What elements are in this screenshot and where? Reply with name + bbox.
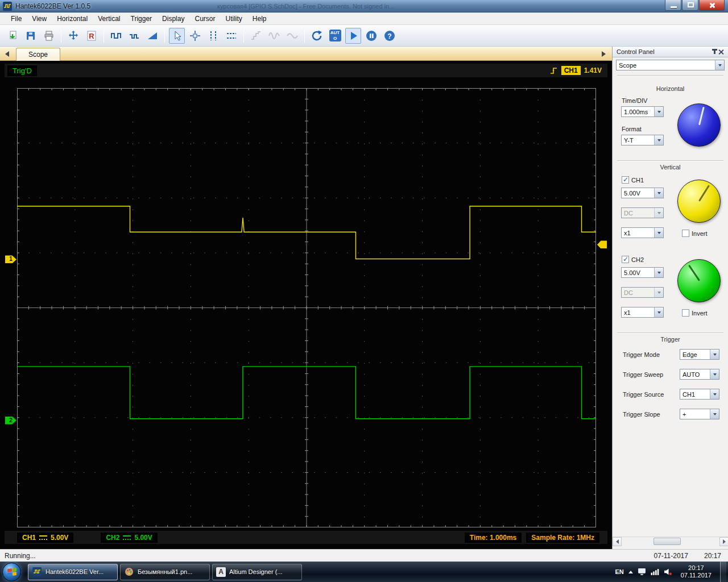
ch2-probe-select[interactable]: x1	[621, 307, 664, 318]
ch1-zero-marker[interactable]: 1	[5, 255, 16, 263]
arrow-right-icon	[723, 539, 726, 544]
monitor-tray-icon[interactable]	[638, 568, 646, 576]
minimize-button[interactable]	[665, 0, 681, 11]
ch2-status-badge: CH2 5.00V	[101, 533, 157, 543]
format-select[interactable]: Y-T	[621, 135, 664, 146]
cursor-arrow-button[interactable]	[169, 28, 185, 44]
open-waveform-icon	[6, 30, 19, 42]
pan-button[interactable]	[65, 28, 81, 44]
dc-coupling-icon	[123, 535, 131, 540]
taskbar-clock[interactable]: 20:17 07.11.2017	[681, 564, 712, 579]
ramp-wave-button[interactable]	[144, 28, 160, 44]
status-time: 20:17	[704, 552, 721, 560]
hidden-icons-arrow-icon[interactable]	[628, 571, 633, 573]
maximize-button[interactable]	[682, 0, 698, 11]
vertical-cursor-button[interactable]	[205, 28, 221, 44]
scrollbar-thumb[interactable]	[653, 538, 681, 545]
ch2-position-knob[interactable]	[677, 259, 721, 302]
scroll-right-button[interactable]	[719, 537, 728, 546]
pan-icon	[67, 30, 80, 42]
trigger-sweep-select[interactable]: AUTO	[680, 369, 719, 380]
panel-close-icon[interactable]	[718, 49, 725, 55]
scroll-left-button[interactable]	[613, 537, 622, 546]
tab-scroll-left-button[interactable]	[2, 49, 11, 59]
ch1-position-knob[interactable]	[677, 180, 721, 223]
refresh-button[interactable]	[309, 28, 325, 44]
ch1-probe-select[interactable]: x1	[621, 227, 664, 238]
trigger-slope-select[interactable]: +	[680, 409, 719, 419]
menu-utility[interactable]: Utility	[220, 13, 247, 24]
checkbox-icon	[622, 176, 629, 184]
menu-view[interactable]: View	[27, 13, 52, 24]
start-button[interactable]	[345, 28, 361, 44]
dual-square-wave-button[interactable]	[126, 28, 142, 44]
trigger-level-marker[interactable]	[597, 240, 607, 248]
menu-file[interactable]: File	[6, 13, 27, 24]
ch1-volts-select[interactable]: 5.00V	[621, 188, 664, 198]
trigger-level-value: 1.41V	[584, 66, 602, 74]
taskbar-button-altium[interactable]: A Altium Designer (...	[212, 564, 302, 580]
close-button[interactable]	[699, 0, 725, 11]
horizontal-cursor-button[interactable]	[224, 28, 239, 44]
tab-scroll-right-button[interactable]	[599, 49, 608, 59]
chevron-down-icon	[715, 60, 724, 70]
ch2-zero-marker[interactable]: 2	[5, 417, 16, 425]
checkbox-icon	[682, 230, 689, 237]
sine-interpolation-icon	[268, 30, 280, 42]
taskbar-button-hantek[interactable]: Hantek6022BE Ver...	[28, 564, 118, 580]
network-tray-icon[interactable]	[651, 568, 659, 576]
taskbar-button-image[interactable]: Безымянный1.pn...	[120, 564, 210, 580]
tab-scope[interactable]: Scope	[16, 48, 60, 61]
windows-logo-icon	[7, 568, 16, 576]
print-button[interactable]	[41, 28, 57, 44]
chevron-down-icon	[710, 369, 719, 379]
volume-tray-icon[interactable]	[664, 568, 672, 576]
horizontal-position-knob[interactable]	[677, 103, 721, 147]
ch2-volts-select[interactable]: 5.00V	[621, 267, 664, 278]
arrow-left-icon	[616, 539, 619, 544]
ch1-invert-checkbox[interactable]: Invert	[682, 230, 708, 237]
timediv-select[interactable]: 1.000ms	[621, 106, 664, 117]
menu-vertical[interactable]: Vertical	[93, 13, 125, 24]
ch2-invert-checkbox[interactable]: Invert	[682, 309, 708, 317]
checkbox-icon	[682, 309, 689, 317]
windows-taskbar: Hantek6022BE Ver... Безымянный1.pn... A …	[0, 562, 728, 582]
scope-display-area: Trig'D CH1 1.41V 1 2 CH1 5.00V CH2	[0, 61, 612, 549]
menu-trigger[interactable]: Trigger	[126, 13, 158, 24]
measure-grid-button[interactable]	[187, 28, 203, 44]
square-wave-button[interactable]	[108, 28, 124, 44]
menu-cursor[interactable]: Cursor	[189, 13, 220, 24]
window-titlebar: Hantek6022BE Ver 1.0.5 курсовая4 [GPIO S…	[0, 0, 728, 13]
hantek-app-icon	[32, 567, 42, 577]
pause-button[interactable]	[363, 28, 379, 44]
chevron-down-icon	[654, 107, 663, 117]
trigger-mode-select[interactable]: Edge	[680, 349, 719, 360]
start-button[interactable]	[2, 563, 21, 581]
trigger-channel-badge: CH1	[561, 66, 581, 75]
app-icon	[3, 2, 12, 11]
menu-help[interactable]: Help	[247, 13, 272, 24]
pin-icon[interactable]	[714, 49, 715, 54]
refresh-icon	[311, 30, 323, 42]
trigger-slope-label: Trigger Slope	[623, 411, 660, 418]
autoset-button[interactable]: AUTO	[327, 28, 343, 44]
panel-horizontal-scrollbar[interactable]	[613, 537, 728, 546]
trigger-source-select[interactable]: CH1	[680, 389, 719, 400]
save-button[interactable]	[23, 28, 39, 44]
panel-mode-select[interactable]: Scope	[616, 60, 725, 70]
horizontal-cursor-icon	[225, 30, 238, 42]
keyboard-layout-indicator[interactable]: EN	[615, 568, 623, 575]
knob-pointer	[688, 265, 700, 281]
show-desktop-button[interactable]	[720, 562, 726, 582]
record-reference-button[interactable]: R	[84, 28, 100, 44]
step-interpolation-button	[248, 28, 264, 44]
menu-display[interactable]: Display	[157, 13, 189, 24]
scope-top-status-bar: Trig'D CH1 1.41V	[5, 64, 607, 77]
open-waveform-button[interactable]	[5, 28, 20, 44]
menu-horizontal[interactable]: Horizontal	[52, 13, 93, 24]
help-button[interactable]: ?	[382, 28, 398, 44]
ch1-enable-checkbox[interactable]: CH1	[622, 176, 644, 184]
ch2-enable-checkbox[interactable]: CH2	[622, 256, 644, 263]
svg-text:?: ?	[387, 32, 391, 40]
arrow-left-icon	[5, 51, 9, 57]
